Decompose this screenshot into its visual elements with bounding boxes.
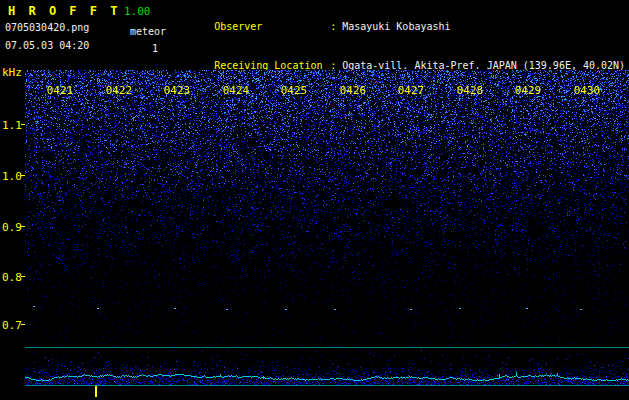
colon: : <box>330 21 336 32</box>
signal-strip-canvas <box>25 350 629 385</box>
y-tick-label: 0.7 <box>2 319 22 332</box>
info-line-observer: Observer:Masayuki Kobayashi <box>178 7 625 46</box>
time-tick-label: 0425 <box>279 84 309 97</box>
meteor-count: 1 <box>152 43 158 54</box>
info-label: Observer <box>214 20 330 33</box>
output-filename: 0705030420.png <box>5 22 89 33</box>
y-tick-label: 1.0 <box>2 170 22 183</box>
time-tick-label: 0422 <box>104 84 134 97</box>
app-version: 1.00 <box>124 5 151 18</box>
time-tick-label: 0424 <box>221 84 251 97</box>
hrofft-output-window: H R O F F T 1.00 0705030420.png meteor 0… <box>0 0 629 400</box>
y-tick-label: 1.1 <box>2 119 22 132</box>
time-tick-label: 0426 <box>338 84 368 97</box>
app-title: H R O F F T <box>8 4 120 18</box>
y-tick-label: 0.8 <box>2 271 22 284</box>
y-axis-tick <box>21 324 25 325</box>
time-tick-label: 0428 <box>455 84 485 97</box>
mode-label: meteor <box>130 26 166 37</box>
info-value: Masayuki Kobayashi <box>342 21 450 32</box>
time-tick-label: 0427 <box>396 84 426 97</box>
event-time-marker <box>95 386 97 397</box>
y-axis-tick <box>21 226 25 227</box>
y-axis-tick <box>21 124 25 125</box>
y-tick-label: 0.9 <box>2 221 22 234</box>
time-tick-label: 0430 <box>572 84 602 97</box>
spectrogram-canvas <box>25 70 629 347</box>
time-tick-label: 0429 <box>513 84 543 97</box>
time-tick-label: 0423 <box>162 84 192 97</box>
y-axis-unit: kHz <box>2 66 22 79</box>
panel-divider <box>25 347 629 348</box>
y-axis-tick <box>21 175 25 176</box>
datetime-label: 07.05.03 04:20 <box>5 40 89 51</box>
y-axis-tick <box>21 276 25 277</box>
time-tick-label: 0421 <box>45 84 75 97</box>
panel-divider <box>25 385 629 386</box>
